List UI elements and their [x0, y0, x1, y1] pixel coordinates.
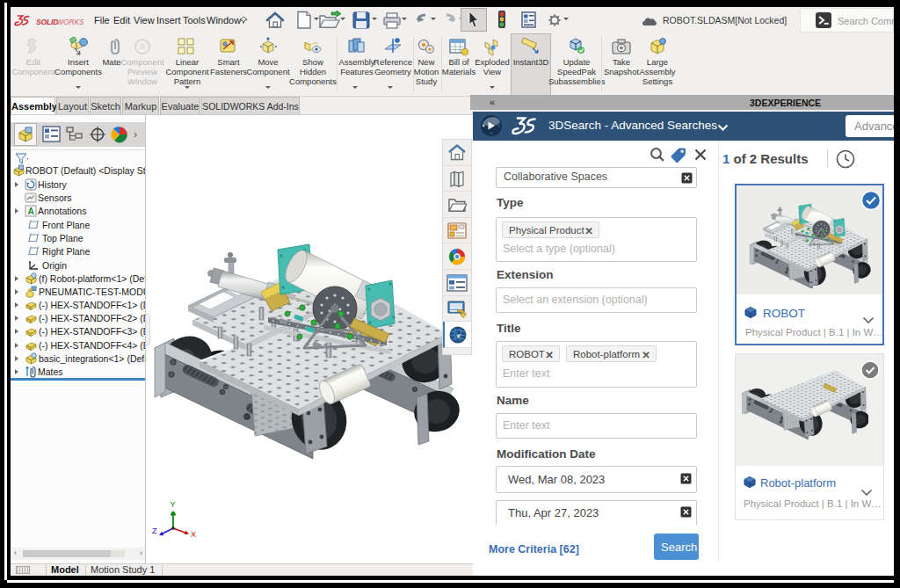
svg-text:WORKS: WORKS: [56, 18, 83, 26]
svg-text:SOLID: SOLID: [36, 18, 58, 26]
svg-text:Y: Y: [171, 500, 176, 509]
svg-text:X: X: [191, 530, 196, 539]
svg-text:Z: Z: [152, 526, 157, 535]
svg-text:A: A: [27, 207, 33, 216]
